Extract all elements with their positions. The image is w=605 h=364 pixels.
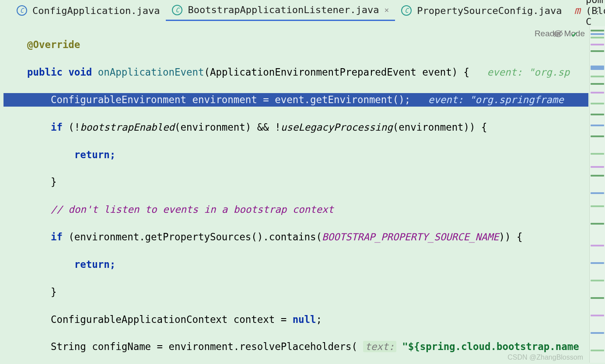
tab-config-application[interactable]: C ConfigApplication.java bbox=[10, 3, 166, 21]
tab-label: ConfigApplication.java bbox=[32, 5, 160, 16]
code-line: public void onApplicationEvent(Applicati… bbox=[3, 66, 588, 79]
code-line: if if (environment.getPropertySources().… bbox=[3, 230, 588, 244]
minimap[interactable] bbox=[589, 26, 605, 363]
java-class-icon: C bbox=[401, 5, 412, 16]
code-line: if (!bootstrapEnabled(environment) && !u… bbox=[3, 121, 588, 134]
code-line: } bbox=[3, 175, 588, 189]
code-line: @Override bbox=[3, 38, 588, 52]
code-line: return; bbox=[3, 148, 588, 162]
close-icon[interactable]: × bbox=[385, 5, 389, 14]
java-class-icon: C bbox=[17, 5, 27, 16]
code-line: // don't listen to events in a bootstrap… bbox=[3, 203, 588, 216]
code-line-selected: ConfigurableEnvironment environment = ev… bbox=[3, 93, 588, 107]
tab-label: PropertySourceConfig.java bbox=[417, 5, 562, 16]
editor[interactable]: @Override public void onApplicationEvent… bbox=[0, 24, 588, 364]
code-line: ConfigurableApplicationContext context =… bbox=[3, 313, 588, 326]
more-icon[interactable]: ⋮ bbox=[594, 6, 602, 15]
code-line: } bbox=[3, 285, 588, 299]
tab-label: BootstrapApplicationListener.java bbox=[188, 4, 379, 15]
tab-property-source-config[interactable]: C PropertySourceConfig.java bbox=[395, 3, 568, 21]
tab-bootstrap-listener[interactable]: C BootstrapApplicationListener.java × bbox=[166, 2, 395, 21]
watermark: CSDN @ZhangBlossom bbox=[507, 354, 583, 361]
maven-icon: m bbox=[574, 4, 580, 17]
java-class-icon: C bbox=[172, 5, 182, 15]
tab-bar: C ConfigApplication.java C BootstrapAppl… bbox=[0, 2, 605, 21]
code-line: return; bbox=[3, 258, 588, 271]
code-line: String configName = environment.resolveP… bbox=[3, 340, 588, 354]
